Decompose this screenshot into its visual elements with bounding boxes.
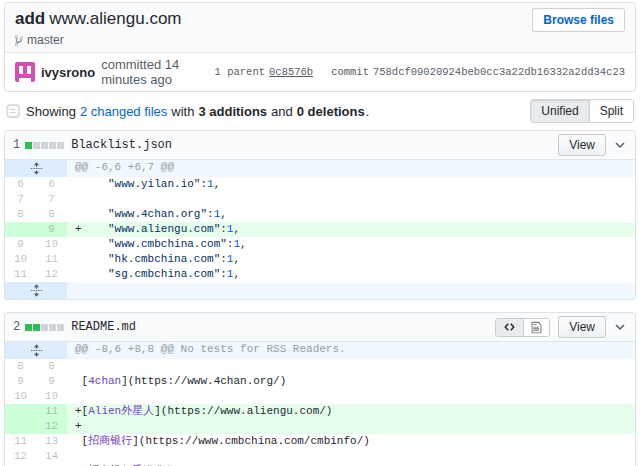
code-line <box>67 192 635 207</box>
code-token: , <box>233 253 240 265</box>
file-menu-button[interactable] <box>613 140 627 151</box>
diff-marker <box>75 178 82 190</box>
file-diff-box: 1Blacklist.jsonView@@ -6,6 +6,7 @@66 "ww… <box>4 130 636 300</box>
line-number-old[interactable]: 12 <box>5 449 36 464</box>
code-token: , <box>240 238 247 250</box>
view-file-button[interactable]: View <box>558 134 606 156</box>
diff-settings-icon[interactable] <box>6 104 20 118</box>
line-number-old[interactable]: 9 <box>5 374 36 389</box>
commit-label: commit <box>331 66 369 78</box>
line-number-new[interactable]: 13 <box>36 434 67 449</box>
line-number-new[interactable]: 10 <box>36 389 67 404</box>
line-number-new[interactable]: 7 <box>36 192 67 207</box>
period-text: . <box>366 104 370 119</box>
commit-header-box: addwww.aliengu.com Browse files master i… <box>4 2 636 92</box>
diffstat-block <box>41 142 48 149</box>
code-token: , <box>214 178 221 190</box>
line-number-new[interactable]: 10 <box>36 237 67 252</box>
changed-lines-count: 1 <box>13 138 20 152</box>
line-number-old[interactable] <box>5 404 36 419</box>
diffstat-block <box>33 142 40 149</box>
code-token: "www.aliengu.com" <box>108 223 220 235</box>
unified-view-button[interactable]: Unified <box>531 100 588 122</box>
diff-marker <box>75 238 82 250</box>
line-number-old[interactable]: 10 <box>5 252 36 267</box>
diff-row: 1112 "sg.cmbchina.com":1, <box>5 267 635 282</box>
view-file-button[interactable]: View <box>558 316 606 338</box>
split-view-button[interactable]: Split <box>589 100 633 122</box>
file-icon <box>531 321 542 334</box>
diff-row: 88 "www.4chan.org":1, <box>5 207 635 222</box>
line-number-old[interactable]: 8 <box>5 207 36 222</box>
line-number-new[interactable]: 11 <box>36 252 67 267</box>
line-number-old[interactable]: 8 <box>5 359 36 374</box>
additions-count: 3 additions <box>198 104 267 119</box>
code-token: ](https://www.cmbchina.com/cmbinfo/) <box>132 435 370 447</box>
line-number-new[interactable]: 12 <box>36 419 67 434</box>
code-line: "www.yilan.io":1, <box>67 177 635 192</box>
unfold-icon <box>30 162 43 175</box>
diff-row: 1010 <box>5 389 635 404</box>
parent-label: 1 parent <box>215 66 265 78</box>
rendered-view-button[interactable] <box>523 319 549 336</box>
diffstat-block <box>57 324 64 331</box>
line-number-old[interactable]: 11 <box>5 434 36 449</box>
and-text: and <box>271 104 293 119</box>
diff-marker <box>75 435 82 447</box>
diffstat-block <box>41 324 48 331</box>
line-number-new[interactable]: 8 <box>36 207 67 222</box>
with-text: with <box>171 104 194 119</box>
file-menu-button[interactable] <box>613 322 627 333</box>
deletions-count: 0 deletions <box>297 104 365 119</box>
diffstat-block <box>49 324 56 331</box>
code-token <box>82 208 108 220</box>
diffstat-block <box>25 324 32 331</box>
code-line: "hk.cmbchina.com":1, <box>67 252 635 267</box>
line-number-old[interactable]: 11 <box>5 267 36 282</box>
line-number-new[interactable]: 11 <box>36 404 67 419</box>
line-number-new[interactable]: 6 <box>36 177 67 192</box>
git-branch-icon <box>15 34 23 47</box>
commit-page: addwww.aliengu.com Browse files master i… <box>0 0 640 466</box>
diff-marker <box>75 193 82 205</box>
diff-table: @@ -8,6 +8,8 @@ No tests for RSS Readers… <box>5 342 635 466</box>
code-token: ](https://www.aliengu.com/) <box>154 405 332 417</box>
diff-marker <box>75 375 82 387</box>
author-link[interactable]: ivysrono <box>41 65 95 80</box>
diff-row: 66 "www.yilan.io":1, <box>5 177 635 192</box>
page-title: addwww.aliengu.com <box>15 8 182 30</box>
code-token: 1 <box>207 178 214 190</box>
changed-files-link[interactable]: 2 changed files <box>80 104 167 119</box>
expand-diff-button[interactable] <box>5 160 67 177</box>
commit-sha-info: 1 parent 0c8576b commit 758dcf09020924be… <box>215 66 625 78</box>
line-number-old[interactable]: 9 <box>5 237 36 252</box>
line-number-old[interactable]: 10 <box>5 389 36 404</box>
expand-diff-button[interactable] <box>5 342 67 359</box>
line-number-old[interactable] <box>5 419 36 434</box>
code-token <box>82 223 108 235</box>
diff-row: 910 "www.cmbchina.com":1, <box>5 237 635 252</box>
source-view-button[interactable] <box>496 319 523 336</box>
code-token: : <box>220 253 227 265</box>
line-number-old[interactable]: 7 <box>5 192 36 207</box>
diff-row: 11+[Alien外星人](https://www.aliengu.com/) <box>5 404 635 419</box>
code-token: : <box>220 268 227 280</box>
line-number-new[interactable]: 12 <box>36 267 67 282</box>
commit-time-text: committed 14 minutes ago <box>101 57 214 87</box>
line-number-new[interactable]: 9 <box>36 374 67 389</box>
expand-diff-button[interactable] <box>5 282 67 299</box>
code-line: "sg.cmbchina.com":1, <box>67 267 635 282</box>
branch-name[interactable]: master <box>27 33 64 48</box>
parent-sha-link[interactable]: 0c8576b <box>269 66 313 78</box>
line-number-old[interactable]: 6 <box>5 177 36 192</box>
line-number-new[interactable]: 14 <box>36 449 67 464</box>
diff-row: 1113 [招商银行](https://www.cmbchina.com/cmb… <box>5 434 635 449</box>
file-diff-box: 2README.mdView@@ -8,6 +8,8 @@ No tests f… <box>4 312 636 466</box>
browse-files-button[interactable]: Browse files <box>532 8 625 32</box>
diff-marker: + <box>75 420 82 432</box>
line-number-new[interactable]: 9 <box>36 222 67 237</box>
diff-row <box>5 282 635 299</box>
author-avatar[interactable] <box>15 62 35 82</box>
line-number-old[interactable] <box>5 222 36 237</box>
line-number-new[interactable]: 8 <box>36 359 67 374</box>
